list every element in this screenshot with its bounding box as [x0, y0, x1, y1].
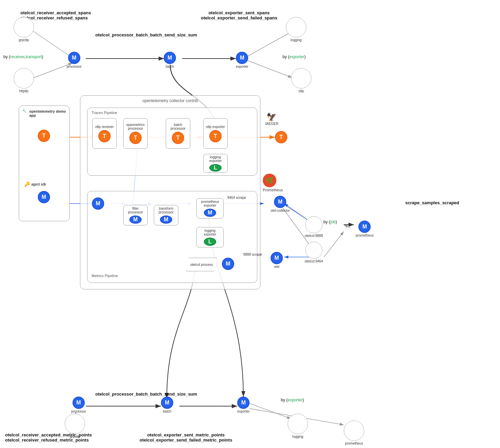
- otelcol-process-box: otelcol process: [186, 258, 217, 271]
- jaeger-area: 🦅 JAEGER: [265, 112, 278, 126]
- traces-pipeline-box: Traces Pipeline otlp receiver T spanmetr…: [87, 108, 257, 176]
- batch-top-m-node[interactable]: M batch: [164, 52, 176, 68]
- logging-exporter-metrics-l-badge[interactable]: L: [204, 238, 216, 246]
- scrape-samples-annotation: scrape_samples_scraped: [405, 200, 459, 205]
- app-logo: 🔧: [22, 109, 26, 113]
- bot-center-annotation: otelcol_processor_batch_batch_send_size_…: [95, 391, 197, 397]
- jaeger-t-badge-node[interactable]: T: [275, 131, 287, 143]
- transform-processor-box: transform processor M: [154, 205, 178, 225]
- exporter-top-m-node[interactable]: M exporter: [236, 52, 248, 68]
- spanmetrics-t-badge[interactable]: T: [129, 132, 142, 144]
- app-t-badge[interactable]: T: [38, 130, 50, 142]
- batch-processor-t-badge[interactable]: T: [172, 132, 184, 144]
- logging-exporter-traces-l-badge[interactable]: L: [209, 164, 222, 172]
- otlp-receiver-t-badge[interactable]: T: [98, 130, 111, 142]
- prometheus-icon-area: 🌿 Prometheus: [263, 174, 283, 192]
- contrib-label: opentelemetry collector contrib: [142, 98, 198, 103]
- bot-left-annotation: otelcol_receiver_accepted_metric_points …: [5, 432, 92, 443]
- batch-bot-m-node[interactable]: M batch: [161, 397, 173, 413]
- diagram-container: otelcol_receiver_accepted_spans otelcol_…: [0, 0, 500, 448]
- logging-bot-node: logging: [288, 414, 308, 438]
- otelcol-8888-node: otelcol:8888: [305, 216, 323, 238]
- app-m-badge[interactable]: M: [38, 191, 50, 203]
- transform-processor-m-badge[interactable]: M: [160, 215, 172, 224]
- scrape-9464-label: 9464 scrape: [227, 196, 246, 199]
- agent-sdk-area: 🔑 agent sdk: [24, 181, 46, 187]
- grpctlp-top-node: grpctlp: [14, 17, 34, 42]
- filter-processor-m-badge[interactable]: M: [129, 215, 142, 224]
- metrics-pipeline-box: Metrics Pipeline filter processor M tran…: [87, 191, 257, 283]
- logging-top-node: logging: [286, 17, 306, 42]
- contrib-pipeline-box: opentelemetry collector contrib Traces P…: [80, 95, 260, 289]
- logging-exporter-traces-box: logging exporter L: [203, 154, 228, 173]
- app-box: 🔧 opentelemetry demo app T 🔑 agent sdk M: [19, 106, 70, 221]
- traces-label: Traces Pipeline: [92, 111, 117, 115]
- otlp-receiver-box: otlp receiver T: [92, 118, 117, 149]
- by-exporter-bot: by (exporter): [281, 398, 304, 402]
- bot-right-annotation: otelcol_exporter_sent_metric_points otel…: [140, 432, 232, 443]
- filter-processor-box: filter processor M: [123, 205, 148, 225]
- processor-bot-m-node[interactable]: M processor: [71, 397, 86, 413]
- spanmetrics-box: spanmetrics processor T: [123, 118, 148, 149]
- top-center-annotation: otelcol_processor_batch_batch_send_size_…: [95, 32, 197, 37]
- otelcol-process-m-node[interactable]: M: [222, 258, 234, 270]
- app-m-badge-node[interactable]: M: [38, 191, 50, 203]
- otlp-exporter-t-badge[interactable]: T: [209, 130, 222, 142]
- logging-exporter-metrics-box: logging exporter L: [196, 227, 224, 247]
- prometheus-m-node[interactable]: M prometheus: [356, 221, 374, 237]
- otel-m-node[interactable]: M otel: [271, 252, 283, 269]
- svg-line-32: [249, 403, 291, 419]
- by-exporter-top: by (exporter): [283, 54, 306, 59]
- svg-line-27: [324, 231, 344, 257]
- svg-line-26: [344, 225, 351, 228]
- otlp-exporter-box: otlp exporter T: [203, 118, 228, 149]
- prometheus-exporter-m-badge[interactable]: M: [204, 209, 216, 217]
- otelcol-9464-node: otelcol:9464: [305, 242, 323, 263]
- otlp-top-node: otlp: [291, 68, 311, 93]
- metrics-input-m-node[interactable]: M: [92, 197, 104, 210]
- exporter-bot-m-node[interactable]: M exporter: [237, 397, 250, 413]
- scrape-8888-label: 8888 scrape: [243, 253, 262, 256]
- app-t-badge-node[interactable]: T: [38, 130, 50, 142]
- httptlp-top-node: httptlp: [14, 68, 34, 93]
- jaeger-t-badge[interactable]: T: [275, 131, 287, 143]
- prometheus-exporter-box: prometheus exporter M: [196, 198, 224, 219]
- top-right-annotation: otelcol_exporter_sent_spans otelcol_expo…: [201, 10, 277, 20]
- otel-collector-m-node[interactable]: M otel-collector: [271, 196, 290, 212]
- svg-line-9: [248, 61, 292, 78]
- prometheus-bot-node: prometheus: [344, 420, 364, 445]
- batch-processor-traces-box: batch processor T: [166, 118, 190, 149]
- metrics-label: Metrics Pipeline: [92, 274, 118, 278]
- processor-top-m-node[interactable]: M processor: [67, 52, 82, 68]
- by-job: by (job): [323, 220, 337, 224]
- by-receiver-transport: by (receiver,transport): [3, 54, 43, 59]
